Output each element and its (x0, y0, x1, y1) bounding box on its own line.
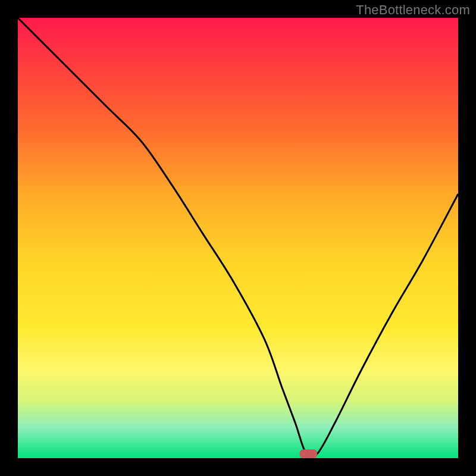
chart-frame: TheBottleneck.com (0, 0, 476, 476)
chart-marker (300, 449, 318, 458)
chart-curve (18, 18, 458, 458)
chart-svg (18, 18, 458, 458)
curve-path (18, 18, 458, 458)
watermark-text: TheBottleneck.com (356, 2, 470, 18)
